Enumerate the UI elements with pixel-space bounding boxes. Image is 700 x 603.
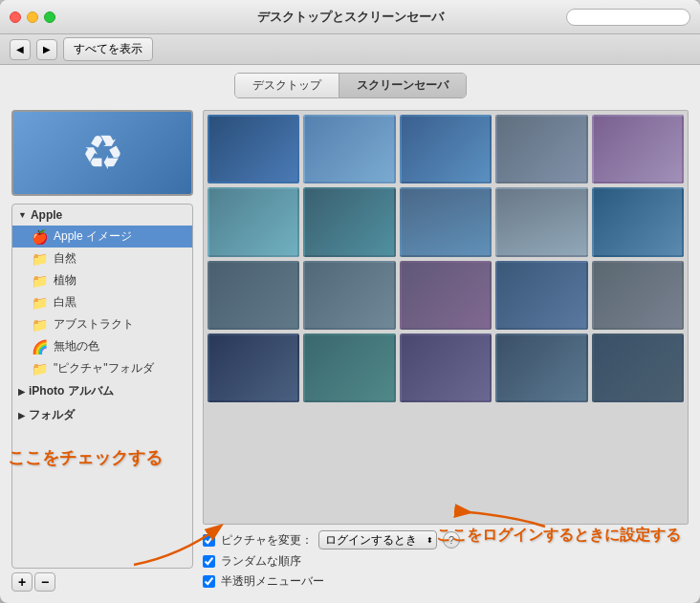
random-order-label: ランダムな順序 [221, 553, 301, 570]
disclosure-triangle-apple: ▼ [18, 210, 27, 220]
section-label-apple: Apple [31, 208, 62, 222]
toolbar: ◀ ▶ すべてを表示 [0, 34, 700, 65]
sidebar-item-label: 白黒 [54, 294, 77, 311]
section-label-iphoto: iPhoto アルバム [29, 383, 114, 399]
search-box[interactable] [566, 9, 690, 26]
options-area: ピクチャを変更： ログインするとき スリープ解除時 毎時間 毎日 毎週 ? [203, 525, 689, 595]
wallpaper-thumb-16[interactable] [208, 334, 299, 402]
section-label-folder: フォルダ [29, 407, 75, 423]
translucent-menu-row: 半透明メニューバー [203, 573, 689, 590]
random-order-checkbox[interactable] [203, 555, 215, 568]
sidebar-item-solid-colors[interactable]: 🌈 無地の色 [12, 335, 192, 357]
sidebar-item-label: 自然 [54, 250, 77, 267]
wallpaper-thumb-14[interactable] [495, 261, 587, 330]
wallpaper-thumb-1[interactable] [208, 115, 299, 183]
wallpaper-thumb-2[interactable] [303, 115, 395, 183]
help-button[interactable]: ? [443, 531, 460, 549]
disclosure-triangle-folder: ▶ [18, 411, 25, 420]
window-title: デスクトップとスクリーンセーバ [257, 9, 444, 26]
traffic-lights [10, 11, 55, 23]
main-window: デスクトップとスクリーンセーバ ◀ ▶ すべてを表示 デスクトップ スクリーンセ… [0, 0, 700, 603]
main-content: ♻ ▼ Apple 🍎 Apple イメージ 📁 自然 📁 [0, 102, 700, 603]
sidebar-item-iphoto-folder[interactable]: 📁 "ピクチャ"フォルダ [12, 357, 192, 379]
bottom-bar: + − [11, 569, 193, 595]
apple-images-icon: 🍎 [32, 229, 48, 245]
wallpaper-thumb-19[interactable] [495, 334, 587, 402]
wallpaper-thumb-9[interactable] [495, 187, 587, 256]
preview-icon: ♻ [81, 125, 124, 181]
plants-icon: 📁 [32, 273, 48, 289]
wallpaper-grid-container[interactable] [203, 110, 689, 525]
wallpaper-thumb-20[interactable] [592, 334, 684, 402]
bw-icon: 📁 [32, 295, 48, 311]
sidebar-item-abstract[interactable]: 📁 アブストラクト [12, 313, 192, 335]
change-picture-dropdown-wrapper: ログインするとき スリープ解除時 毎時間 毎日 毎週 [318, 530, 437, 549]
tab-bar: デスクトップ スクリーンセーバ [0, 65, 700, 102]
sidebar-item-label: "ピクチャ"フォルダ [54, 360, 154, 377]
wallpaper-thumb-10[interactable] [592, 187, 684, 256]
translucent-menu-checkbox[interactable] [203, 575, 215, 588]
forward-button[interactable]: ▶ [36, 39, 57, 60]
tab-screensaver[interactable]: スクリーンセーバ [339, 74, 466, 97]
wallpaper-thumb-13[interactable] [400, 261, 492, 330]
minimize-button[interactable] [27, 11, 38, 23]
solid-colors-icon: 🌈 [32, 339, 48, 355]
wallpaper-thumb-3[interactable] [400, 115, 492, 183]
maximize-button[interactable] [44, 11, 55, 23]
sidebar-item-label: Apple イメージ [54, 228, 132, 245]
remove-button[interactable]: − [34, 572, 55, 592]
wallpaper-thumb-18[interactable] [400, 334, 492, 402]
tab-segment: デスクトップ スクリーンセーバ [234, 73, 467, 98]
show-all-button[interactable]: すべてを表示 [63, 37, 153, 61]
random-order-row: ランダムな順序 [203, 553, 689, 570]
wallpaper-thumb-7[interactable] [303, 187, 395, 256]
right-panel: ピクチャを変更： ログインするとき スリープ解除時 毎時間 毎日 毎週 ? [203, 110, 689, 595]
source-list: ▼ Apple 🍎 Apple イメージ 📁 自然 📁 植物 📁 白 [11, 204, 193, 569]
left-panel: ♻ ▼ Apple 🍎 Apple イメージ 📁 自然 📁 [11, 110, 193, 595]
wallpaper-thumb-8[interactable] [400, 187, 492, 256]
change-picture-select[interactable]: ログインするとき スリープ解除時 毎時間 毎日 毎週 [318, 530, 437, 549]
wallpaper-thumb-17[interactable] [303, 334, 395, 402]
sidebar-item-label: アブストラクト [54, 316, 134, 333]
abstract-icon: 📁 [32, 317, 48, 333]
preview-area: ♻ [11, 110, 193, 196]
search-input[interactable] [573, 11, 684, 23]
close-button[interactable] [10, 11, 21, 23]
iphoto-folder-icon: 📁 [32, 361, 48, 377]
back-button[interactable]: ◀ [10, 39, 31, 60]
disclosure-triangle-iphoto: ▶ [18, 387, 25, 397]
sidebar-item-nature[interactable]: 📁 自然 [12, 248, 192, 269]
change-picture-row: ピクチャを変更： ログインするとき スリープ解除時 毎時間 毎日 毎週 ? [203, 530, 689, 549]
wallpaper-thumb-12[interactable] [303, 261, 395, 330]
wallpaper-thumb-11[interactable] [208, 261, 299, 330]
nature-icon: 📁 [32, 251, 48, 267]
translucent-menu-label: 半透明メニューバー [221, 573, 324, 590]
wallpaper-thumb-4[interactable] [495, 115, 587, 183]
title-bar: デスクトップとスクリーンセーバ [0, 0, 700, 34]
change-picture-label: ピクチャを変更： [221, 532, 313, 549]
wallpaper-thumb-15[interactable] [592, 261, 684, 330]
section-header-folder[interactable]: ▶ フォルダ [12, 403, 192, 427]
sidebar-item-apple-images[interactable]: 🍎 Apple イメージ [12, 226, 192, 248]
add-button[interactable]: + [11, 572, 33, 592]
wallpaper-thumb-6[interactable] [208, 187, 299, 256]
wallpaper-thumb-5[interactable] [592, 115, 684, 183]
wallpaper-grid [204, 111, 688, 406]
sidebar-item-plants[interactable]: 📁 植物 [12, 269, 192, 291]
sidebar-item-bw[interactable]: 📁 白黒 [12, 291, 192, 313]
sidebar-item-label: 無地の色 [54, 338, 99, 355]
sidebar-item-label: 植物 [54, 272, 77, 289]
section-header-apple[interactable]: ▼ Apple [12, 205, 192, 226]
section-header-iphoto[interactable]: ▶ iPhoto アルバム [12, 379, 192, 403]
change-picture-checkbox[interactable] [203, 534, 215, 547]
tab-desktop[interactable]: デスクトップ [235, 74, 339, 97]
